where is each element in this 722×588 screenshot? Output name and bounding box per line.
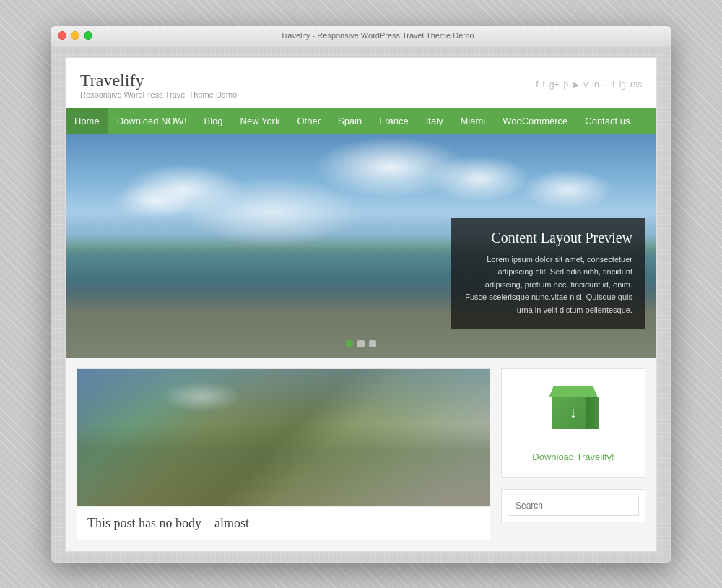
slider-dots bbox=[346, 340, 376, 347]
hero-slider: Content Layout Preview Lorem ipsum dolor… bbox=[66, 134, 656, 358]
site-header: Travelify Responsive WordPress Travel Th… bbox=[66, 58, 656, 108]
slider-dot-1[interactable] bbox=[346, 340, 353, 347]
minimize-button[interactable] bbox=[71, 31, 79, 40]
browser-content: Travelify Responsive WordPress Travel Th… bbox=[51, 46, 671, 563]
slider-dot-3[interactable] bbox=[369, 340, 376, 347]
nav-item-france[interactable]: France bbox=[370, 108, 417, 134]
nav-item-download[interactable]: Download NOW! bbox=[108, 108, 196, 134]
social-youtube[interactable]: ▶ bbox=[573, 79, 579, 90]
box-top bbox=[549, 386, 597, 397]
nav-item-new-york[interactable]: New York bbox=[232, 108, 289, 134]
post-title: This post has no body – almost bbox=[77, 506, 490, 540]
search-input[interactable] bbox=[508, 496, 639, 516]
main-nav: Home Download NOW! Blog New York Other bbox=[66, 108, 656, 134]
titlebar: Travelify - Responsive WordPress Travel … bbox=[51, 26, 671, 46]
site-tagline: Responsive WordPress Travel Theme Demo bbox=[80, 90, 237, 99]
download-widget: ↓ Download Travelify! bbox=[501, 368, 645, 478]
hero-title: Content Layout Preview bbox=[464, 230, 632, 246]
social-twitter[interactable]: t bbox=[543, 79, 545, 90]
search-widget bbox=[501, 489, 645, 522]
site-wrapper: Travelify Responsive WordPress Travel Th… bbox=[65, 57, 657, 552]
social-instagram[interactable]: ig bbox=[619, 79, 626, 90]
nav-item-italy[interactable]: Italy bbox=[417, 108, 452, 134]
social-flickr[interactable]: ·· bbox=[604, 79, 609, 90]
maximize-button[interactable] bbox=[84, 31, 92, 40]
social-icons-bar: f t g+ p ▶ v in ·· t ig rss bbox=[536, 79, 642, 90]
post-card: This post has no body – almost bbox=[77, 368, 490, 540]
hero-overlay: Content Layout Preview Lorem ipsum dolor… bbox=[451, 218, 645, 329]
download-icon: ↓ bbox=[544, 384, 602, 441]
nav-item-woocommerce[interactable]: WooCommerce bbox=[494, 108, 576, 134]
social-rss[interactable]: rss bbox=[630, 79, 642, 90]
nav-item-other[interactable]: Other bbox=[288, 108, 329, 134]
social-tumblr[interactable]: t bbox=[612, 79, 614, 90]
download-link[interactable]: Download Travelify! bbox=[532, 451, 614, 462]
main-content: This post has no body – almost bbox=[77, 368, 490, 540]
social-linkedin[interactable]: in bbox=[592, 79, 599, 90]
box-side bbox=[586, 397, 599, 429]
nav-item-home[interactable]: Home bbox=[66, 108, 108, 134]
download-arrow-icon: ↓ bbox=[570, 405, 578, 420]
new-tab-button[interactable]: + bbox=[658, 29, 664, 42]
social-google[interactable]: g+ bbox=[549, 79, 560, 90]
site-logo: Travelify Responsive WordPress Travel Th… bbox=[80, 71, 237, 99]
social-pinterest[interactable]: p bbox=[564, 79, 569, 90]
close-button[interactable] bbox=[58, 31, 66, 40]
social-vimeo[interactable]: v bbox=[583, 79, 588, 90]
window-title: Travelify - Responsive WordPress Travel … bbox=[97, 31, 658, 40]
nav-item-contact[interactable]: Contact us bbox=[576, 108, 638, 134]
post-thumbnail bbox=[77, 369, 490, 506]
nav-item-blog[interactable]: Blog bbox=[196, 108, 232, 134]
sidebar: ↓ Download Travelify! bbox=[501, 368, 645, 540]
slider-dot-2[interactable] bbox=[357, 340, 365, 347]
main-area: This post has no body – almost ↓ Dow bbox=[66, 358, 656, 551]
site-title: Travelify bbox=[80, 71, 237, 90]
social-facebook[interactable]: f bbox=[536, 79, 538, 90]
nav-item-miami[interactable]: Miami bbox=[452, 108, 495, 134]
nav-item-spain[interactable]: Spain bbox=[329, 108, 370, 134]
browser-window: Travelify - Responsive WordPress Travel … bbox=[51, 26, 671, 563]
hero-body: Lorem ipsum dolor sit amet, consectetuer… bbox=[464, 254, 632, 317]
